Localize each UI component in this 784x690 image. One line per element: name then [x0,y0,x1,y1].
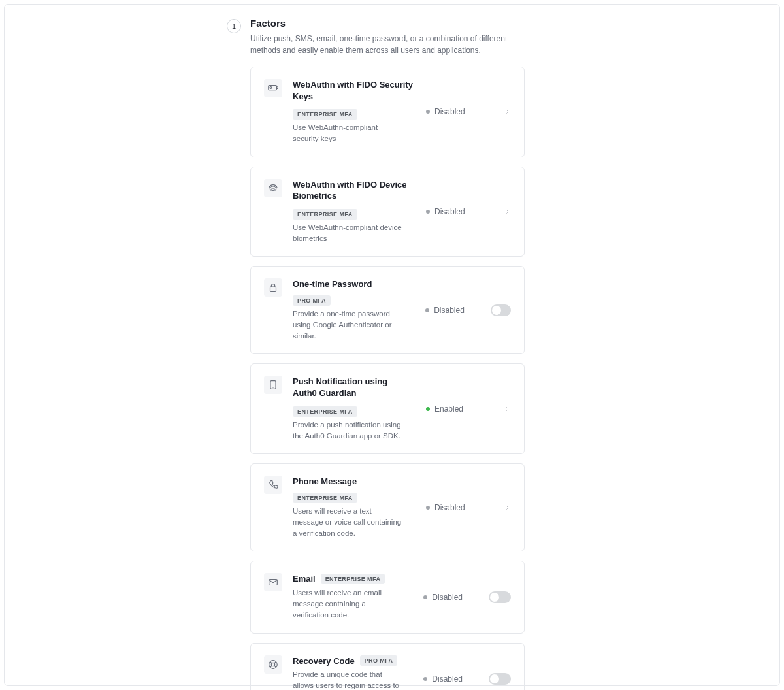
factor-body: WebAuthn with FIDO Security KeysENTERPRI… [293,79,413,145]
factor-badge: PRO MFA [360,655,398,666]
factor-right: Enabled [426,404,511,414]
main-content: 1 Factors Utilize push, SMS, email, one-… [250,5,525,690]
factor-icon-box [264,655,282,674]
factor-status: Disabled [426,503,465,512]
phone-tablet-icon [267,379,279,391]
factor-status-label: Enabled [434,404,463,414]
factor-status: Disabled [425,306,465,315]
factor-card-recovery: Recovery CodePRO MFAProvide a unique cod… [250,643,525,690]
factor-body: Phone MessageENTERPRISE MFAUsers will re… [293,476,413,539]
lifebuoy-icon [267,659,279,670]
factor-toggle-otp[interactable] [491,304,511,316]
status-dot [423,595,427,599]
factor-description: Users will receive an email message cont… [293,587,404,621]
factor-status-label: Disabled [434,503,465,512]
factor-description: Use WebAuthn-compliant security keys [293,122,404,145]
factor-status-label: Disabled [432,593,463,602]
factor-icon-box [264,476,282,494]
factor-icon-box [264,278,282,297]
factor-description: Users will receive a text message or voi… [293,506,404,540]
factor-right: Disabled [423,591,511,603]
status-dot [426,210,430,214]
factor-body: WebAuthn with FIDO Device BiometricsENTE… [293,179,413,245]
factor-status-label: Disabled [432,674,463,683]
factor-badge: PRO MFA [293,295,331,306]
lock-icon [267,282,279,293]
factor-title: Phone Message [293,476,357,487]
section-subtitle: Utilize push, SMS, email, one-time passw… [250,33,512,56]
key-card-icon [267,82,279,94]
factor-description: Provide a push notification using the Au… [293,419,404,442]
factor-right: Disabled [426,107,511,116]
factor-description: Provide a unique code that allows users … [293,669,404,690]
page-frame: 1 Factors Utilize push, SMS, email, one-… [4,4,780,686]
factor-badge: ENTERPRISE MFA [293,493,357,503]
chevron-right-icon[interactable] [504,207,511,216]
factor-title: WebAuthn with FIDO Security Keys [293,79,413,102]
factor-icon-box [264,376,282,394]
factor-status-label: Disabled [434,306,465,315]
factor-right: Disabled [425,304,511,316]
status-dot [426,110,430,114]
factor-title: One-time Password [293,278,372,290]
factor-status-label: Disabled [434,107,465,116]
section-step-number: 1 [232,22,236,30]
chevron-right-icon[interactable] [504,503,511,512]
status-dot [425,308,429,312]
factor-badge: ENTERPRISE MFA [321,574,385,584]
factor-status: Disabled [426,207,465,216]
factor-title: Recovery Code [293,655,355,667]
status-dot [426,506,430,510]
phone-icon [267,479,279,491]
factor-icon-box [264,573,282,591]
factor-title: WebAuthn with FIDO Device Biometrics [293,179,413,202]
chevron-right-icon[interactable] [504,107,511,116]
section-step-circle: 1 [227,19,241,33]
factor-body: EmailENTERPRISE MFAUsers will receive an… [293,573,410,621]
factor-card-email: EmailENTERPRISE MFAUsers will receive an… [250,561,525,633]
factor-icon-box [264,79,282,97]
factor-body: One-time PasswordPRO MFAProvide a one-ti… [293,278,412,342]
factor-icon-box [264,179,282,197]
factor-right: Disabled [426,503,511,512]
factor-badge: ENTERPRISE MFA [293,109,357,120]
factor-card-webauthn-keys[interactable]: WebAuthn with FIDO Security KeysENTERPRI… [250,67,525,157]
factor-title: Email [293,573,316,585]
factor-body: Recovery CodePRO MFAProvide a unique cod… [293,655,410,690]
chevron-right-icon[interactable] [504,404,511,414]
factor-status: Enabled [426,404,463,414]
factor-right: Disabled [426,207,511,216]
factor-right: Disabled [423,673,511,685]
section-title: Factors [250,18,512,29]
section-header: 1 Factors Utilize push, SMS, email, one-… [227,18,525,56]
status-dot [423,677,427,681]
factor-status-label: Disabled [434,207,465,216]
mail-icon [267,576,279,588]
factor-description: Provide a one-time password using Google… [293,308,404,342]
factor-card-webauthn-bio[interactable]: WebAuthn with FIDO Device BiometricsENTE… [250,167,525,257]
factor-description: Use WebAuthn-compliant device biometrics [293,222,404,245]
factors-list: WebAuthn with FIDO Security KeysENTERPRI… [250,67,525,690]
factor-status: Disabled [426,107,465,116]
factor-body: Push Notification using Auth0 GuardianEN… [293,376,413,442]
factor-badge: ENTERPRISE MFA [293,209,357,220]
factor-card-phone[interactable]: Phone MessageENTERPRISE MFAUsers will re… [250,463,525,551]
status-dot [426,407,430,411]
factor-status: Disabled [423,593,463,602]
fingerprint-icon [267,182,279,194]
factor-toggle-email[interactable] [489,591,511,603]
factor-status: Disabled [423,674,463,683]
factor-title: Push Notification using Auth0 Guardian [293,376,413,399]
factor-card-otp: One-time PasswordPRO MFAProvide a one-ti… [250,266,525,354]
factor-toggle-recovery[interactable] [489,673,511,685]
factor-card-push[interactable]: Push Notification using Auth0 GuardianEN… [250,363,525,454]
factor-badge: ENTERPRISE MFA [293,406,357,417]
